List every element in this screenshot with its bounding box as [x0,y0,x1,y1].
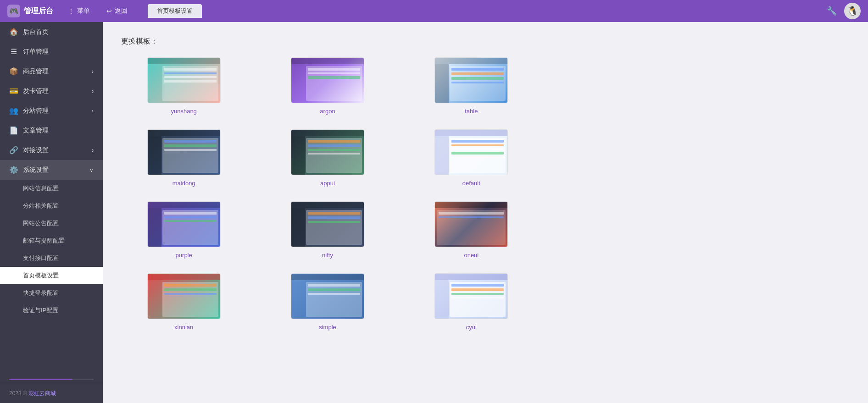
wrench-icon[interactable]: 🔧 [827,6,837,16]
thumb-bar [435,274,507,280]
sidebar-sub-item-quick-login[interactable]: 快捷登录配置 [0,284,103,302]
thumb-row [308,212,360,215]
template-item-simple[interactable]: simple [265,273,390,331]
template-name-xinnian: xinnian [174,324,193,331]
template-thumb-argon [291,57,364,103]
sidebar-item-label: 文章管理 [23,127,49,135]
template-name-yunshang: yunshang [171,108,196,115]
thumb-sidebar [435,280,449,319]
thumb-row [308,288,360,291]
thumb-content [306,282,362,317]
logo-text: 管理后台 [24,6,53,16]
back-button[interactable]: ↩ 返回 [103,5,131,17]
sidebar-item-orders[interactable]: ☰ 订单管理 [0,42,103,61]
sidebar-sub-item-email[interactable]: 邮箱与提醒配置 [0,232,103,249]
footer-link[interactable]: 彩虹云商城 [28,390,56,397]
header-nav: ⋮ 菜单 ↩ 返回 首页模板设置 [64,4,827,18]
template-item-table[interactable]: table [409,57,534,115]
thumb-inner [291,202,364,247]
template-item-cyui[interactable]: cyui [409,273,534,331]
footer-text: 2023 © [9,390,27,397]
thumb-inner [435,202,507,247]
thumb-content [306,210,362,245]
template-name-table: table [465,108,478,115]
template-item-purple[interactable]: purple [121,201,246,259]
template-item-xinnian[interactable]: xinnian [121,273,246,331]
template-item-yunshang[interactable]: yunshang [121,57,246,115]
template-thumb-xinnian [147,273,221,319]
header-tabs: 首页模板设置 [148,4,202,18]
sidebar-item-system[interactable]: ⚙️ 系统设置 ∨ [0,160,103,180]
template-item-oneui[interactable]: oneui [409,201,534,259]
sidebar-sub-item-homepage-template[interactable]: 首页模板设置 [0,267,103,284]
thumb-inner [291,130,364,175]
sidebar-item-articles[interactable]: 📄 文章管理 [0,121,103,140]
layout: 🏠 后台首页 ☰ 订单管理 📦 商品管理 › 💳 发卡管理 › 👥 分站管理 ›… [0,22,868,403]
thumb-row [451,140,504,143]
template-thumb-default [434,129,508,175]
thumb-row [308,149,360,151]
template-thumb-appui [291,129,364,175]
thumb-content [162,282,218,317]
menu-button[interactable]: ⋮ 菜单 [64,5,94,17]
template-name-argon: argon [320,108,335,115]
thumb-bar [291,202,364,208]
template-item-maidong[interactable]: maidong [121,129,246,187]
template-name-default: default [462,180,480,187]
thumb-inner [435,58,507,103]
thumb-content [437,210,506,245]
menu-label: 菜单 [77,7,90,15]
sidebar-item-integration[interactable]: 🔗 对接设置 › [0,140,103,160]
avatar[interactable]: 🐧 [844,3,861,19]
thumb-bar [148,58,220,64]
thumb-row [308,76,360,79]
system-icon: ⚙️ [9,166,18,174]
sub-item-label: 支付接口配置 [23,254,59,262]
articles-icon: 📄 [9,126,18,135]
sidebar-item-branches[interactable]: 👥 分站管理 › [0,101,103,121]
thumb-row [451,144,504,146]
thumb-content [450,138,506,173]
sidebar-item-label: 订单管理 [23,48,49,56]
thumb-bar [435,130,507,136]
template-name-purple: purple [176,252,192,259]
template-item-argon[interactable]: argon [265,57,390,115]
template-thumb-cyui [434,273,508,319]
sidebar-sub-item-announcement[interactable]: 网站公告配置 [0,215,103,232]
chevron-right-icon: › [92,68,94,75]
thumb-bar [291,58,364,64]
thumb-inner [148,274,220,319]
sub-item-label: 验证与IP配置 [23,306,58,315]
thumb-row [164,212,217,215]
logo-icon: 🎮 [7,5,20,17]
template-item-appui[interactable]: appui [265,129,390,187]
sidebar-sub-item-site-info[interactable]: 网站信息配置 [0,180,103,197]
template-item-default[interactable]: default [409,129,534,187]
home-icon: 🏠 [9,28,18,36]
sidebar-item-products[interactable]: 📦 商品管理 › [0,61,103,81]
sidebar: 🏠 后台首页 ☰ 订单管理 📦 商品管理 › 💳 发卡管理 › 👥 分站管理 ›… [0,22,103,403]
sidebar-item-label: 商品管理 [23,67,49,76]
sidebar-item-home[interactable]: 🏠 后台首页 [0,22,103,42]
template-thumb-yunshang [147,57,221,103]
thumb-bar [148,202,220,208]
sub-item-label: 邮箱与提醒配置 [23,237,65,245]
sidebar-sub-item-verification[interactable]: 验证与IP配置 [0,302,103,319]
sidebar-sub-item-branch-config[interactable]: 分站相关配置 [0,197,103,215]
tab-homepage-template[interactable]: 首页模板设置 [148,4,202,18]
template-thumb-nifty [291,201,364,247]
thumb-row [164,72,217,74]
back-label: 返回 [115,7,128,15]
template-name-appui: appui [320,180,335,187]
template-item-nifty[interactable]: nifty [265,201,390,259]
cards-icon: 💳 [9,87,18,95]
template-name-maidong: maidong [172,180,195,187]
header: 🎮 管理后台 ⋮ 菜单 ↩ 返回 首页模板设置 🔧 🐧 [0,0,868,22]
sidebar-sub-item-payment[interactable]: 支付接口配置 [0,249,103,267]
products-icon: 📦 [9,67,18,76]
thumb-row [164,220,217,222]
thumb-sidebar [435,136,449,175]
sidebar-item-cards[interactable]: 💳 发卡管理 › [0,81,103,101]
back-icon: ↩ [106,7,112,15]
sidebar-item-label: 发卡管理 [23,87,49,95]
